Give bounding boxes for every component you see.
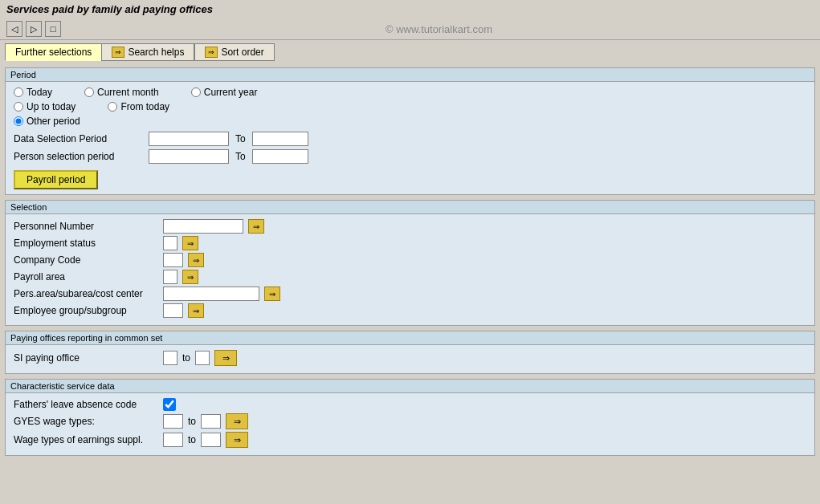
tab-arrow-sort: ⇒ [205, 47, 218, 58]
person-selection-to-label: To [235, 151, 246, 162]
payroll-period-button[interactable]: Payroll period [14, 170, 98, 189]
pers-area-input[interactable] [163, 287, 259, 301]
radio-other-period[interactable]: Other period [14, 116, 80, 127]
watermark: © www.tutorialkart.com [64, 23, 814, 35]
fathers-leave-checkbox[interactable] [163, 398, 176, 411]
wage-types-arrow[interactable]: ⇒ [226, 432, 248, 448]
paying-offices-section: Paying offices reporting in common set S… [5, 331, 815, 374]
person-selection-input[interactable] [149, 149, 229, 164]
si-paying-office-arrow[interactable]: ⇒ [214, 350, 237, 366]
company-code-arrow[interactable]: ⇒ [188, 253, 204, 267]
data-selection-to-input[interactable] [252, 132, 308, 146]
radio-from-today[interactable]: From today [108, 101, 169, 112]
employment-status-label: Employment status [14, 238, 158, 249]
title-bar: Services paid by family aid paying offic… [0, 0, 820, 18]
data-selection-input[interactable] [149, 132, 229, 146]
tab-sort-order[interactable]: ⇒ Sort order [194, 43, 274, 61]
pers-area-arrow[interactable]: ⇒ [264, 287, 280, 301]
period-section-title: Period [6, 68, 814, 82]
forward-icon[interactable]: ▷ [26, 21, 42, 37]
company-code-input[interactable] [163, 253, 183, 267]
si-paying-office-to-input[interactable] [195, 351, 210, 365]
wage-types-to-label: to [188, 434, 196, 445]
personnel-number-arrow[interactable]: ⇒ [248, 219, 264, 234]
company-code-label: Company Code [14, 254, 158, 266]
tab-further-selections[interactable]: Further selections [5, 43, 101, 61]
toolbar: ◁ ▷ □ © www.tutorialkart.com [0, 18, 820, 40]
selection-section-title: Selection [6, 201, 814, 214]
person-selection-to-input[interactable] [252, 149, 308, 164]
payroll-area-input[interactable] [163, 270, 177, 284]
payroll-area-arrow[interactable]: ⇒ [182, 270, 198, 284]
wage-types-earnings-to-input[interactable] [201, 433, 221, 447]
pers-area-label: Pers.area/subarea/cost center [14, 288, 158, 299]
gyes-wage-to-input[interactable] [201, 414, 221, 429]
page-title: Services paid by family aid paying offic… [6, 3, 213, 15]
wage-types-earnings-label: Wage types of earnings suppl. [14, 434, 158, 445]
personnel-number-input[interactable] [163, 219, 243, 234]
gyes-wage-label: GYES wage types: [14, 416, 158, 427]
payroll-area-label: Payroll area [14, 271, 158, 282]
si-paying-office-label: SI paying office [14, 352, 158, 364]
tabs-bar: Further selections ⇒ Search helps ⇒ Sort… [0, 40, 820, 64]
employee-group-label: Employee group/subgroup [14, 305, 158, 316]
gyes-arrow[interactable]: ⇒ [226, 413, 248, 429]
tab-search-helps[interactable]: ⇒ Search helps [101, 43, 194, 61]
characteristic-section: Characteristic service data Fathers' lea… [5, 379, 815, 456]
employment-status-input[interactable] [163, 236, 177, 250]
wage-types-earnings-input[interactable] [163, 433, 183, 447]
radio-today[interactable]: Today [14, 87, 52, 98]
back-icon[interactable]: ◁ [6, 21, 22, 37]
fathers-leave-label: Fathers' leave absence code [14, 399, 158, 410]
data-selection-to-label: To [235, 133, 246, 144]
paying-offices-title: Paying offices reporting in common set [6, 331, 814, 345]
employee-group-arrow[interactable]: ⇒ [188, 303, 204, 318]
employee-group-input[interactable] [163, 303, 183, 318]
radio-up-to-today[interactable]: Up to today [14, 101, 75, 112]
selection-section: Selection Personnel Number ⇒ Employment … [5, 200, 815, 326]
period-section: Period Today Current month Current year … [5, 67, 815, 195]
si-paying-office-input[interactable] [163, 351, 177, 365]
characteristic-title: Characteristic service data [6, 380, 814, 393]
employment-status-arrow[interactable]: ⇒ [182, 236, 198, 250]
radio-current-month[interactable]: Current month [84, 87, 159, 98]
si-to-label: to [182, 352, 190, 364]
tab-arrow-search: ⇒ [112, 47, 124, 58]
tab-search-helps-label: Search helps [128, 47, 184, 58]
save-icon[interactable]: □ [45, 21, 61, 37]
gyes-to-label: to [188, 416, 196, 427]
data-selection-label: Data Selection Period [14, 133, 142, 144]
tab-further-selections-label: Further selections [15, 47, 92, 58]
tab-sort-order-label: Sort order [221, 47, 263, 58]
person-selection-label: Person selection period [14, 151, 142, 162]
personnel-number-label: Personnel Number [14, 221, 158, 232]
gyes-wage-input[interactable] [163, 414, 183, 429]
radio-current-year[interactable]: Current year [191, 87, 258, 98]
